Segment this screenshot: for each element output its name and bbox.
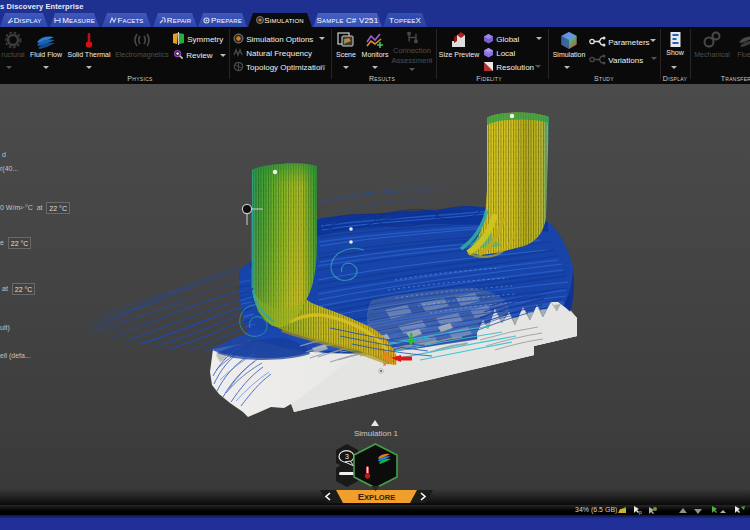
svg-text:3: 3 xyxy=(345,453,349,460)
svg-text:x: x xyxy=(383,361,386,367)
svg-text:EXPLORE: EXPLORE xyxy=(358,491,396,502)
